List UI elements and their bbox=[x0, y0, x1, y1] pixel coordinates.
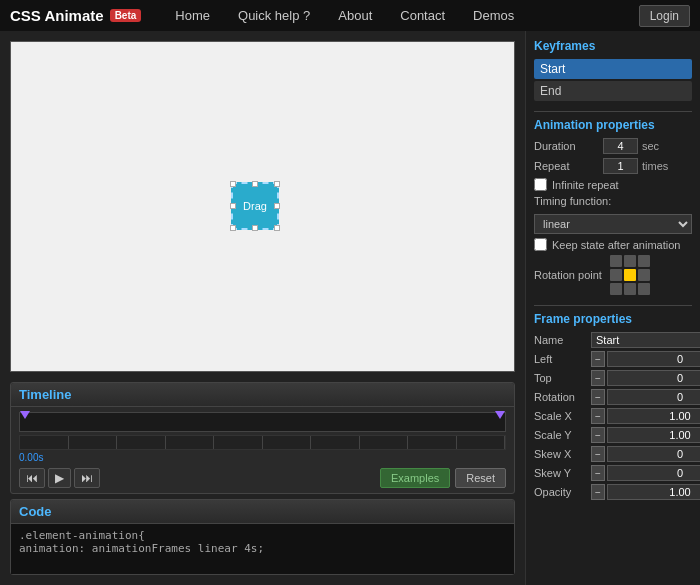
keep-state-label: Keep state after animation bbox=[552, 239, 680, 251]
handle-bm[interactable] bbox=[252, 225, 258, 231]
fp-left-input[interactable] bbox=[607, 351, 700, 367]
fp-rotation-row: Rotation − + bbox=[534, 389, 692, 405]
duration-input[interactable] bbox=[603, 138, 638, 154]
fp-left-row: Left − + bbox=[534, 351, 692, 367]
rot-cell-3[interactable] bbox=[610, 269, 622, 281]
timing-select[interactable]: linear ease ease-in ease-out ease-in-out bbox=[534, 214, 692, 234]
fp-skewx-row: Skew X − + bbox=[534, 446, 692, 462]
drag-label: Drag bbox=[243, 200, 267, 212]
keep-state-row: Keep state after animation bbox=[534, 238, 692, 251]
rot-cell-5[interactable] bbox=[638, 269, 650, 281]
fp-scalex-input[interactable] bbox=[607, 408, 700, 424]
fp-top-row: Top − + bbox=[534, 370, 692, 386]
timeline-marker-end[interactable] bbox=[495, 411, 505, 419]
repeat-row: Repeat times bbox=[534, 158, 692, 174]
timeline-marker-start[interactable] bbox=[20, 411, 30, 419]
fp-skewy-minus[interactable]: − bbox=[591, 465, 605, 481]
rot-cell-0[interactable] bbox=[610, 255, 622, 267]
timeline-track[interactable] bbox=[19, 412, 506, 432]
rot-cell-4[interactable] bbox=[624, 269, 636, 281]
rotation-grid bbox=[610, 255, 650, 295]
rotation-point-label: Rotation point bbox=[534, 269, 602, 281]
nav-home[interactable]: Home bbox=[161, 0, 224, 31]
timeline-time: 0.00s bbox=[19, 452, 506, 463]
timeline-ticks bbox=[19, 435, 506, 450]
fp-skewy-input[interactable] bbox=[607, 465, 700, 481]
fp-skewx-minus[interactable]: − bbox=[591, 446, 605, 462]
handle-br[interactable] bbox=[274, 225, 280, 231]
rot-cell-2[interactable] bbox=[638, 255, 650, 267]
timeline-body: 0.00s ⏮ ▶ ⏭ Examples Reset bbox=[11, 407, 514, 493]
fp-top-input[interactable] bbox=[607, 370, 700, 386]
right-panel: Keyframes Start End Animation properties… bbox=[525, 31, 700, 585]
timeline-section: Timeline 0 bbox=[10, 382, 515, 494]
rewind-button[interactable]: ⏮ bbox=[19, 468, 45, 488]
drag-element[interactable]: Drag bbox=[231, 182, 279, 230]
rot-cell-6[interactable] bbox=[610, 283, 622, 295]
fp-opacity-input[interactable] bbox=[607, 484, 700, 500]
examples-button[interactable]: Examples bbox=[380, 468, 450, 488]
fp-top-minus[interactable]: − bbox=[591, 370, 605, 386]
handle-ml[interactable] bbox=[230, 203, 236, 209]
tick-7 bbox=[311, 436, 360, 449]
handle-bl[interactable] bbox=[230, 225, 236, 231]
fp-scaley-input[interactable] bbox=[607, 427, 700, 443]
forward-button[interactable]: ⏭ bbox=[74, 468, 100, 488]
fp-rotation-input[interactable] bbox=[607, 389, 700, 405]
nav-about[interactable]: About bbox=[324, 0, 386, 31]
fp-scalex-label: Scale X bbox=[534, 410, 589, 422]
animation-canvas[interactable]: Drag bbox=[10, 41, 515, 372]
brand: CSS Animate Beta bbox=[10, 7, 141, 24]
nav-quickhelp[interactable]: Quick help ? bbox=[224, 0, 324, 31]
fp-skewy-label: Skew Y bbox=[534, 467, 589, 479]
playback-controls: ⏮ ▶ ⏭ bbox=[19, 468, 100, 488]
frame-properties: Frame properties Name Left − + Top − + bbox=[534, 312, 692, 500]
code-line-1: .element-animation{ bbox=[19, 529, 506, 542]
keyframe-start[interactable]: Start bbox=[534, 59, 692, 79]
handle-tr[interactable] bbox=[274, 181, 280, 187]
tick-4 bbox=[166, 436, 215, 449]
handle-mr[interactable] bbox=[274, 203, 280, 209]
fp-left-minus[interactable]: − bbox=[591, 351, 605, 367]
fp-scalex-minus[interactable]: − bbox=[591, 408, 605, 424]
repeat-label: Repeat bbox=[534, 160, 599, 172]
rot-cell-7[interactable] bbox=[624, 283, 636, 295]
handle-tm[interactable] bbox=[252, 181, 258, 187]
beta-badge: Beta bbox=[110, 9, 142, 22]
nav-contact[interactable]: Contact bbox=[386, 0, 459, 31]
fp-skewy-row: Skew Y − + bbox=[534, 465, 692, 481]
keyframe-end[interactable]: End bbox=[534, 81, 692, 101]
handle-tl[interactable] bbox=[230, 181, 236, 187]
fp-rotation-minus[interactable]: − bbox=[591, 389, 605, 405]
fp-name-input[interactable] bbox=[591, 332, 700, 348]
fp-top-label: Top bbox=[534, 372, 589, 384]
fp-scaley-minus[interactable]: − bbox=[591, 427, 605, 443]
keep-state-checkbox[interactable] bbox=[534, 238, 547, 251]
rot-cell-8[interactable] bbox=[638, 283, 650, 295]
tick-8 bbox=[360, 436, 409, 449]
fp-opacity-minus[interactable]: − bbox=[591, 484, 605, 500]
infinite-repeat-checkbox[interactable] bbox=[534, 178, 547, 191]
timeline-action-buttons: Examples Reset bbox=[380, 468, 506, 488]
timeline-controls: ⏮ ▶ ⏭ Examples Reset bbox=[19, 468, 506, 488]
fp-opacity-row: Opacity − + bbox=[534, 484, 692, 500]
separator-2 bbox=[534, 305, 692, 306]
code-line-2: animation: animationFrames linear 4s; bbox=[19, 542, 506, 555]
reset-button[interactable]: Reset bbox=[455, 468, 506, 488]
tick-2 bbox=[69, 436, 118, 449]
frame-props-title: Frame properties bbox=[534, 312, 692, 326]
nav-demos[interactable]: Demos bbox=[459, 0, 528, 31]
tick-6 bbox=[263, 436, 312, 449]
rot-cell-1[interactable] bbox=[624, 255, 636, 267]
keyframes-section: Keyframes Start End bbox=[534, 39, 692, 101]
timeline-header: Timeline bbox=[11, 383, 514, 407]
anim-props-title: Animation properties bbox=[534, 118, 692, 132]
timing-label: Timing function: bbox=[534, 195, 611, 207]
fp-skewx-input[interactable] bbox=[607, 446, 700, 462]
timeline-title: Timeline bbox=[19, 387, 72, 402]
main-layout: Drag Timeline bbox=[0, 31, 700, 585]
login-button[interactable]: Login bbox=[639, 5, 690, 27]
play-button[interactable]: ▶ bbox=[48, 468, 71, 488]
tick-10 bbox=[457, 436, 506, 449]
repeat-input[interactable] bbox=[603, 158, 638, 174]
